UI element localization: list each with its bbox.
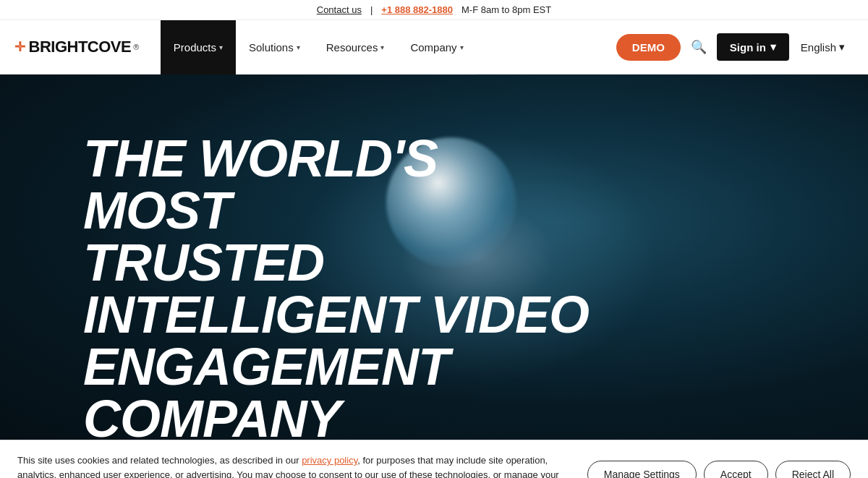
nav-company-label: Company: [410, 41, 456, 54]
logo-cross-icon: ✛: [14, 39, 25, 55]
hero-title: THE WORLD'S MOST TRUSTED INTELLIGENT VID…: [83, 132, 590, 440]
hero-title-line1: THE WORLD'S MOST: [83, 129, 438, 239]
accept-button[interactable]: Accept: [704, 461, 768, 478]
top-bar: Contact us | +1 888 882-1880 M-F 8am to …: [0, 0, 868, 20]
hero-title-line3: INTELLIGENT VIDEO: [83, 286, 589, 343]
hero-title-line5: COMPANY: [83, 390, 341, 440]
nav-resources[interactable]: Resources ▾: [313, 20, 398, 74]
lang-label: English: [801, 41, 836, 54]
hero-content: THE WORLD'S MOST TRUSTED INTELLIGENT VID…: [0, 74, 868, 440]
nav-actions: DEMO 🔍 Sign in ▾ English ▾: [616, 33, 854, 61]
cookie-actions: Manage Settings Accept Reject All: [587, 461, 851, 478]
demo-button[interactable]: DEMO: [616, 34, 681, 61]
hero-title-line2: TRUSTED: [83, 234, 324, 291]
hours-text: M-F 8am to 8pm EST: [461, 4, 551, 15]
logo[interactable]: ✛BRIGHTCOVE®: [14, 38, 139, 56]
nav-products[interactable]: Products ▾: [161, 20, 236, 74]
phone-link[interactable]: +1 888 882-1880: [381, 4, 453, 15]
signin-label: Sign in: [730, 41, 766, 54]
hero-title-line4: ENGAGEMENT: [83, 338, 449, 396]
hero-section: THE WORLD'S MOST TRUSTED INTELLIGENT VID…: [0, 74, 868, 440]
search-icon: 🔍: [691, 40, 707, 54]
nav-solutions-label: Solutions: [249, 41, 294, 54]
privacy-policy-link[interactable]: privacy policy: [302, 455, 357, 466]
chevron-down-icon: ▾: [219, 43, 223, 51]
chevron-down-icon: ▾: [460, 43, 464, 51]
language-button[interactable]: English ▾: [792, 35, 854, 59]
cookie-message: This site uses cookies and related techn…: [17, 453, 573, 478]
nav-products-label: Products: [174, 41, 216, 54]
contact-link[interactable]: Contact us: [317, 4, 362, 15]
nav-solutions[interactable]: Solutions ▾: [236, 20, 313, 74]
chevron-down-icon: ▾: [380, 43, 384, 51]
search-button[interactable]: 🔍: [684, 33, 714, 61]
nav-resources-label: Resources: [326, 41, 378, 54]
manage-settings-button[interactable]: Manage Settings: [587, 461, 697, 478]
reject-button[interactable]: Reject All: [775, 461, 851, 478]
navbar: ✛BRIGHTCOVE® Products ▾ Solutions ▾ Reso…: [0, 20, 868, 74]
nav-links: Products ▾ Solutions ▾ Resources ▾ Compa…: [161, 20, 616, 74]
nav-company[interactable]: Company ▾: [397, 20, 476, 74]
separator: |: [370, 4, 373, 15]
chevron-down-icon: ▾: [839, 40, 845, 54]
logo-text: ✛BRIGHTCOVE®: [14, 38, 139, 56]
cookie-bar: This site uses cookies and related techn…: [0, 440, 868, 478]
signin-button[interactable]: Sign in ▾: [717, 33, 789, 61]
chevron-down-icon: ▾: [770, 40, 776, 54]
chevron-down-icon: ▾: [297, 43, 300, 51]
